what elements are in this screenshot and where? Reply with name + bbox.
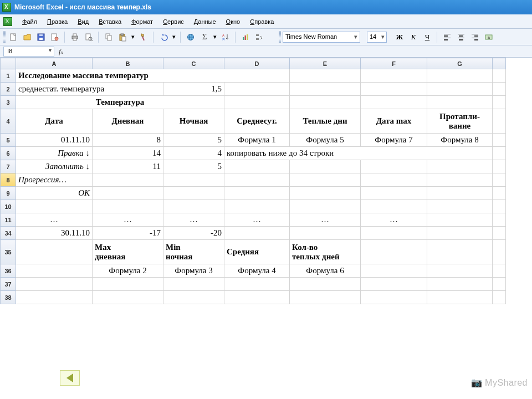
cell[interactable] [493, 200, 506, 213]
row-header[interactable]: 35 [1, 240, 16, 264]
cell[interactable]: … [224, 213, 290, 227]
chart-wizard-icon[interactable] [239, 31, 252, 43]
cell[interactable]: Температура [16, 96, 224, 109]
select-all-corner[interactable] [1, 58, 16, 69]
cell[interactable]: 5 [163, 160, 224, 173]
cell[interactable] [16, 240, 93, 264]
cell[interactable]: Ночная [163, 109, 224, 134]
row-header[interactable]: 38 [1, 291, 16, 304]
cell[interactable] [361, 173, 427, 187]
cell[interactable] [493, 147, 506, 160]
cell[interactable]: … [93, 213, 163, 227]
cell[interactable] [290, 160, 361, 173]
undo-dropdown[interactable]: ▾ [171, 33, 177, 40]
cell[interactable] [290, 291, 361, 304]
cell[interactable]: Формула 4 [224, 264, 290, 278]
cell[interactable] [493, 240, 506, 264]
cell[interactable] [163, 187, 224, 200]
format-painter-icon[interactable] [137, 31, 150, 43]
cell[interactable] [290, 96, 361, 109]
cell[interactable] [427, 200, 493, 213]
row-header[interactable]: 2 [1, 83, 16, 96]
row-header[interactable]: 34 [1, 227, 16, 240]
sort-asc-icon[interactable]: АЯ [219, 31, 232, 43]
font-size-combo[interactable]: 14 [367, 32, 387, 43]
cell[interactable] [493, 134, 506, 147]
merge-center-icon[interactable]: a [483, 31, 495, 43]
cell[interactable]: Формула 6 [290, 264, 361, 278]
cell[interactable] [493, 264, 506, 278]
cell[interactable] [290, 278, 361, 291]
row-header[interactable]: 7 [1, 160, 16, 173]
cell[interactable] [493, 227, 506, 240]
prev-slide-button[interactable] [60, 370, 80, 386]
column-header[interactable]: F [361, 58, 427, 69]
menu-help[interactable]: Справка [245, 17, 278, 27]
row-header[interactable]: 10 [1, 200, 16, 213]
row-header[interactable]: 4 [1, 109, 16, 134]
cell[interactable]: Заполнить ↓ [16, 160, 93, 173]
column-header[interactable]: B [93, 58, 163, 69]
cell[interactable] [427, 240, 493, 264]
worksheet-grid[interactable]: ABCDEFG1Исследование массива температур2… [0, 58, 532, 304]
menu-insert[interactable]: Вставка [94, 17, 126, 27]
align-left-icon[interactable] [441, 31, 453, 43]
print-icon[interactable] [69, 31, 81, 43]
column-header[interactable]: C [163, 58, 224, 69]
row-header[interactable]: 3 [1, 96, 16, 109]
menu-edit[interactable]: Правка [43, 17, 72, 27]
cell[interactable] [93, 291, 163, 304]
cell[interactable] [361, 69, 427, 83]
paste-icon[interactable] [116, 31, 129, 43]
cell[interactable] [224, 96, 290, 109]
paste-dropdown[interactable]: ▾ [130, 33, 136, 40]
cell[interactable] [361, 187, 427, 200]
menu-data[interactable]: Данные [190, 17, 221, 27]
cell[interactable]: Maxдневная [93, 240, 163, 264]
cell[interactable] [493, 109, 506, 134]
new-icon[interactable] [7, 31, 19, 43]
cell[interactable] [290, 173, 361, 187]
cell[interactable]: Средняя [224, 240, 290, 264]
hyperlink-icon[interactable] [185, 31, 197, 43]
cell[interactable] [427, 96, 493, 109]
column-header[interactable]: G [427, 58, 493, 69]
cell[interactable] [493, 213, 506, 227]
cell[interactable] [224, 160, 290, 173]
cell[interactable] [493, 278, 506, 291]
cell[interactable]: Формула 8 [427, 134, 493, 147]
cell[interactable] [224, 173, 290, 187]
cell[interactable] [493, 83, 506, 96]
cell[interactable] [224, 200, 290, 213]
cell[interactable] [493, 291, 506, 304]
menu-file[interactable]: Файл [18, 17, 42, 27]
cell[interactable]: -17 [93, 227, 163, 240]
cell[interactable] [427, 83, 493, 96]
cell[interactable]: 1,5 [163, 83, 224, 96]
italic-button[interactable]: К [407, 31, 420, 43]
row-header[interactable]: 9 [1, 187, 16, 200]
cell[interactable] [427, 173, 493, 187]
cell[interactable]: Дата max [361, 109, 427, 134]
grip-handle[interactable] [3, 31, 6, 43]
grip-handle-2[interactable] [279, 31, 281, 43]
underline-button[interactable]: Ч [421, 31, 433, 43]
permission-icon[interactable] [49, 31, 61, 43]
cell[interactable]: Теплые дни [290, 109, 361, 134]
cell[interactable] [224, 278, 290, 291]
cell[interactable] [361, 240, 427, 264]
cell[interactable] [361, 96, 427, 109]
column-header[interactable]: A [16, 58, 93, 69]
cell[interactable]: 11 [93, 160, 163, 173]
chevron-down-icon[interactable]: ▼ [48, 48, 53, 53]
cell[interactable] [493, 160, 506, 173]
cell[interactable]: ОК [16, 187, 93, 200]
cell[interactable]: Кол-вотеплых дней [290, 240, 361, 264]
cell[interactable]: 30.11.10 [16, 227, 93, 240]
cell[interactable] [290, 69, 361, 83]
cell[interactable] [224, 83, 290, 96]
cell[interactable]: Правка ↓ [16, 147, 93, 160]
cell[interactable] [493, 187, 506, 200]
cell[interactable]: 4 [163, 147, 224, 160]
column-header[interactable]: D [224, 58, 290, 69]
